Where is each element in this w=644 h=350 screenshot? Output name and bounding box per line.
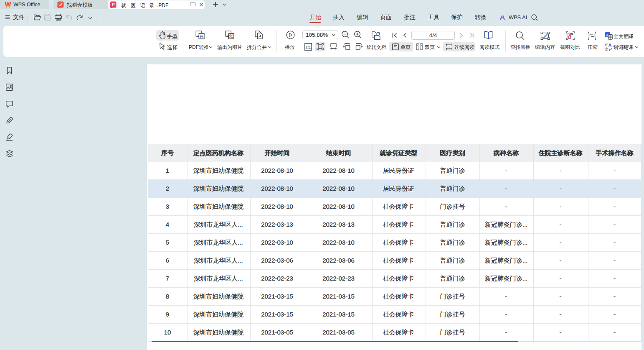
svg-text:文: 文 — [604, 47, 609, 51]
svg-text:字: 字 — [609, 35, 612, 39]
svg-text:P: P — [112, 2, 115, 7]
svg-text:1:1: 1:1 — [305, 45, 311, 49]
svg-text:A: A — [609, 43, 612, 48]
